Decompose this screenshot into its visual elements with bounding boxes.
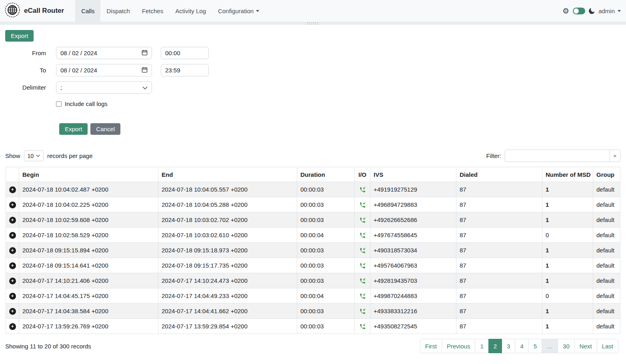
msd-cell: 1 <box>542 212 593 228</box>
to-time-input[interactable]: 23:59 <box>161 64 209 76</box>
to-date-input[interactable]: 08 / 02 / 2024 <box>56 64 152 76</box>
page-button-1[interactable]: 1 <box>475 339 488 353</box>
ivs-cell: +497674558645 <box>370 228 456 243</box>
expand-row-button[interactable]: + <box>9 217 16 224</box>
page-button-first[interactable]: First <box>420 339 442 353</box>
navbar-right: ⚙ admin <box>562 0 621 22</box>
page-button-2[interactable]: 2 <box>488 339 502 353</box>
from-time-value: 00:00 <box>165 50 180 56</box>
page-button-4[interactable]: 4 <box>515 339 528 353</box>
nav-tab-dispatch[interactable]: Dispatch <box>100 0 136 22</box>
clear-filter-button[interactable]: × <box>610 150 620 162</box>
page-button-5[interactable]: 5 <box>528 339 542 353</box>
expand-row-button[interactable]: + <box>9 262 16 269</box>
msd-cell: 1 <box>542 258 593 273</box>
dialed-cell: 87 <box>456 212 542 228</box>
nav-tab-configuration[interactable]: Configuration <box>212 0 265 22</box>
ivs-cell: +493383312216 <box>370 304 456 319</box>
io-cell <box>355 182 370 197</box>
begin-cell: 2024-07-18 10:02:58.529 +0200 <box>19 228 158 243</box>
calendar-icon[interactable] <box>142 67 148 74</box>
ivs-cell: +493508272545 <box>370 319 456 334</box>
expand-row-button[interactable]: + <box>9 186 16 193</box>
end-cell: 2024-07-18 09:15:18.973 +0200 <box>158 243 297 258</box>
expand-cell: + <box>6 197 19 212</box>
records-summary: Showing 11 to 20 of 300 records <box>5 343 91 350</box>
theme-toggle[interactable] <box>573 8 585 14</box>
begin-cell: 2024-07-17 14:10:21.406 +0200 <box>19 273 158 288</box>
ivs-cell: +492819435703 <box>370 273 456 288</box>
export-toggle-button[interactable]: Export <box>5 30 34 42</box>
col-end: End <box>158 167 297 182</box>
duration-cell: 00:00:03 <box>297 273 355 288</box>
end-cell: 2024-07-17 14:10:24.473 +0200 <box>158 273 297 288</box>
begin-cell: 2024-07-18 10:02:59.608 +0200 <box>19 212 158 228</box>
page-button-last[interactable]: Last <box>597 339 618 353</box>
expand-row-button[interactable]: + <box>9 308 16 315</box>
list-controls: Show 10 records per page Filter: × <box>5 150 620 162</box>
from-date-input[interactable]: 08 / 02 / 2024 <box>56 47 152 59</box>
expand-row-button[interactable]: + <box>9 232 16 239</box>
filter-label: Filter: <box>486 152 502 159</box>
delimiter-label: Delimiter <box>0 84 46 91</box>
begin-cell: 2024-07-18 09:15:15.894 +0200 <box>19 243 158 258</box>
dialed-cell: 87 <box>456 273 542 288</box>
expand-row-button[interactable]: + <box>9 202 16 208</box>
user-menu[interactable]: admin <box>598 8 621 14</box>
end-cell: 2024-07-18 10:04:05.288 +0200 <box>158 197 297 212</box>
page-button-next[interactable]: Next <box>574 339 597 353</box>
dialed-cell: 87 <box>456 182 542 197</box>
table-row: +2024-07-18 10:04:02.487 +02002024-07-18… <box>6 182 620 197</box>
resize-grip-icon[interactable] <box>307 22 319 24</box>
calendar-icon[interactable] <box>142 50 148 57</box>
include-call-logs-checkbox[interactable] <box>56 101 62 107</box>
cancel-button[interactable]: Cancel <box>90 123 120 135</box>
expand-row-button[interactable]: + <box>9 293 16 300</box>
dialed-cell: 87 <box>456 243 542 258</box>
brand: eCall Router <box>5 0 64 22</box>
nav-tab-calls[interactable]: Calls <box>75 0 100 22</box>
end-cell: 2024-07-17 14:04:49.233 +0200 <box>158 288 297 304</box>
expand-row-button[interactable]: + <box>9 278 16 284</box>
nav-tab-fetches[interactable]: Fetches <box>136 0 169 22</box>
from-time-input[interactable]: 00:00 <box>161 47 209 59</box>
nav-tab-label: Dispatch <box>106 8 130 14</box>
group-cell: default <box>593 182 620 197</box>
duration-cell: 00:00:03 <box>297 212 355 228</box>
group-cell: default <box>593 288 620 304</box>
msd-cell: 0 <box>542 288 593 304</box>
page-size-select[interactable]: 10 <box>24 150 44 161</box>
expand-cell: + <box>6 258 19 273</box>
main-nav: CallsDispatchFetchesActivity LogConfigur… <box>75 0 265 22</box>
delimiter-value: ; <box>60 84 62 91</box>
from-row: From 08 / 02 / 2024 00:00 <box>0 47 626 59</box>
filter-input[interactable] <box>505 150 610 162</box>
page-button-30[interactable]: 30 <box>558 339 575 353</box>
nav-tab-activity-log[interactable]: Activity Log <box>169 0 212 22</box>
expand-cell: + <box>6 288 19 304</box>
group-cell: default <box>593 273 620 288</box>
ivs-cell: +492626652686 <box>370 212 456 228</box>
export-button[interactable]: Export <box>59 123 88 135</box>
show-label: Show <box>5 152 20 159</box>
expand-row-button[interactable]: + <box>9 247 16 254</box>
chevron-down-icon <box>142 84 148 91</box>
page-button-3[interactable]: 3 <box>502 339 515 353</box>
duration-cell: 00:00:04 <box>297 228 355 243</box>
dialed-cell: 87 <box>456 197 542 212</box>
io-cell <box>355 319 370 334</box>
delimiter-select[interactable]: ; <box>56 81 152 94</box>
table-row: +2024-07-18 10:02:58.529 +02002024-07-18… <box>6 228 620 243</box>
end-cell: 2024-07-17 14:04:41.662 +0200 <box>158 304 297 319</box>
include-call-logs-row: Include call logs <box>56 100 626 107</box>
end-cell: 2024-07-18 09:15:17.735 +0200 <box>158 258 297 273</box>
app-title: eCall Router <box>24 7 64 15</box>
expand-row-button[interactable]: + <box>9 323 16 330</box>
expand-cell: + <box>6 243 19 258</box>
theme-toggle-knob <box>574 8 579 14</box>
io-cell <box>355 243 370 258</box>
settings-gear-icon[interactable]: ⚙ <box>562 7 569 15</box>
export-form: From 08 / 02 / 2024 00:00 To 08 / 02 / 2… <box>0 47 626 135</box>
duration-cell: 00:00:03 <box>297 258 355 273</box>
page-button-previous[interactable]: Previous <box>442 339 475 353</box>
